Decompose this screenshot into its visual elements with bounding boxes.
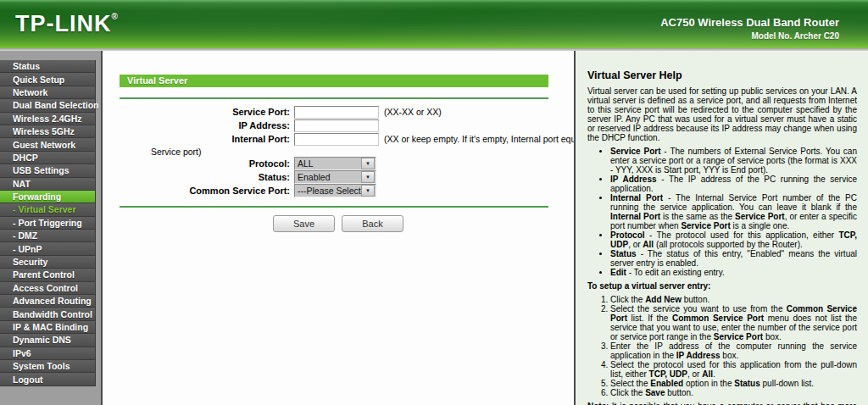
virtual-server-form: Service Port: (XX-XX or XX) IP Address: …: [103, 105, 574, 197]
model-number: Model No. Archer C20: [660, 31, 839, 41]
help-bullet: Edit - To edit an existing entry.: [610, 268, 857, 277]
help-bullet: Service Port - The numbers of External S…: [610, 147, 857, 175]
sidebar: StatusQuick SetupNetworkDual Band Select…: [0, 51, 101, 405]
sidebar-item-quick-setup[interactable]: Quick Setup: [0, 73, 96, 86]
sidebar-item-guest-network[interactable]: Guest Network: [0, 138, 96, 151]
status-row: Status: Enabled ▼: [103, 170, 574, 184]
help-bullet: Protocol - The protocol used for this ap…: [610, 230, 857, 249]
status-label: Status:: [103, 172, 294, 182]
help-bullet: Internal Port - The Internal Service Por…: [610, 193, 857, 230]
chevron-down-icon: ▼: [361, 158, 375, 169]
ip-address-label: IP Address:: [103, 120, 294, 130]
common-service-port-label: Common Service Port:: [103, 186, 294, 196]
sidebar-item-forwarding[interactable]: Forwarding: [0, 191, 96, 203]
sidebar-nav: StatusQuick SetupNetworkDual Band Select…: [0, 60, 101, 386]
help-note: Note: It is possible that you have a com…: [587, 402, 857, 405]
sidebar-item-dhcp[interactable]: DHCP: [0, 152, 96, 164]
help-step-list: Click the Add New button.Select the serv…: [587, 295, 857, 397]
sidebar-item-ip-mac-binding[interactable]: IP & MAC Binding: [0, 321, 96, 334]
ip-address-row: IP Address:: [103, 119, 574, 132]
service-port-input[interactable]: [294, 106, 379, 119]
help-title: Virtual Server Help: [587, 69, 857, 81]
bottom-rule: [120, 206, 548, 208]
sidebar-item-upnp[interactable]: - UPnP: [0, 242, 96, 255]
sidebar-item-dynamic-dns[interactable]: Dynamic DNS: [0, 334, 96, 347]
sidebar-item-ipv6[interactable]: IPv6: [0, 347, 96, 360]
sidebar-item-virtual-server[interactable]: - Virtual Server: [0, 203, 96, 216]
help-setup-heading: To setup a virtual server entry:: [587, 281, 857, 291]
sidebar-item-logout[interactable]: Logout: [0, 373, 96, 386]
protocol-select[interactable]: ALL ▼: [294, 157, 376, 170]
sidebar-item-wireless-5ghz[interactable]: Wireless 5GHz: [0, 125, 96, 138]
protocol-label: Protocol:: [103, 158, 294, 169]
service-port-label: Service Port:: [103, 107, 294, 117]
internal-port-input[interactable]: [294, 133, 379, 146]
help-intro: Virtual server can be used for setting u…: [587, 86, 857, 142]
help-step: Click the Save button.: [610, 388, 857, 397]
status-select-value: Enabled: [295, 172, 361, 182]
sidebar-item-access-control[interactable]: Access Control: [0, 282, 96, 295]
sidebar-item-wireless-2-4ghz[interactable]: Wireless 2.4GHz: [0, 113, 96, 125]
top-rule: [120, 97, 548, 99]
tplink-logo: TP-LINK®: [15, 11, 118, 37]
service-port-hint: (XX-XX or XX): [384, 107, 442, 117]
help-bullet: IP Address - The IP address of the PC ru…: [610, 175, 857, 193]
tplink-logo-text: TP-LINK: [15, 11, 111, 36]
sidebar-item-security[interactable]: Security: [0, 256, 96, 269]
sidebar-item-bandwidth-control[interactable]: Bandwidth Control: [0, 308, 96, 320]
back-button[interactable]: Back: [342, 215, 403, 232]
main-panel: Virtual Server Service Port: (XX-XX or X…: [101, 51, 574, 405]
help-bullet: Status - The status of this entry, "Enab…: [610, 249, 857, 268]
help-step: Select the service you want to use from …: [610, 304, 857, 341]
internal-port-hint: (XX or keep empty. If it's empty, Intern…: [384, 134, 597, 144]
internal-port-row: Internal Port: (XX or keep empty. If it'…: [103, 132, 574, 146]
chevron-down-icon: ▼: [361, 171, 375, 183]
sidebar-item-advanced-routing[interactable]: Advanced Routing: [0, 295, 96, 308]
save-button[interactable]: Save: [273, 215, 335, 232]
chevron-down-icon: ▼: [361, 185, 375, 197]
protocol-select-value: ALL: [295, 158, 361, 169]
service-port-row: Service Port: (XX-XX or XX): [103, 105, 574, 119]
help-bullet-list: Service Port - The numbers of External S…: [587, 147, 857, 277]
header-product-info: AC750 Wireless Dual Band Router Model No…: [660, 16, 839, 41]
sidebar-item-nat[interactable]: NAT: [0, 178, 96, 191]
ip-address-input[interactable]: [294, 119, 379, 132]
form-buttons: Save Back: [103, 215, 574, 232]
protocol-row: Protocol: ALL ▼: [103, 157, 574, 170]
common-service-port-row: Common Service Port: ---Please Select---…: [103, 184, 574, 197]
registered-mark-icon: ®: [111, 12, 117, 21]
sidebar-item-port-triggering[interactable]: - Port Triggering: [0, 217, 96, 230]
header: TP-LINK® AC750 Wireless Dual Band Router…: [0, 0, 868, 48]
page-title: Virtual Server: [120, 75, 548, 87]
help-panel: Virtual Server Help Virtual server can b…: [574, 51, 868, 405]
common-service-port-select-value: ---Please Select---: [295, 186, 361, 196]
sidebar-item-status[interactable]: Status: [0, 60, 96, 73]
sidebar-item-dual-band-selection[interactable]: Dual Band Selection: [0, 99, 96, 112]
internal-port-hint-wrap: Service port): [103, 146, 574, 157]
sidebar-item-system-tools[interactable]: System Tools: [0, 360, 96, 373]
internal-port-label: Internal Port:: [103, 134, 294, 144]
sidebar-item-parent-control[interactable]: Parent Control: [0, 269, 96, 281]
sidebar-item-usb-settings[interactable]: USB Settings: [0, 164, 96, 177]
product-name: AC750 Wireless Dual Band Router: [660, 16, 839, 29]
help-step: Click the Add New button.: [610, 295, 857, 304]
help-step: Select the protocol used for this applic…: [610, 360, 857, 379]
sidebar-item-network[interactable]: Network: [0, 86, 96, 99]
help-step: Select the Enabled option in the Status …: [610, 379, 857, 388]
help-step: Enter the IP address of the computer run…: [610, 341, 857, 360]
status-select[interactable]: Enabled ▼: [294, 170, 376, 184]
common-service-port-select[interactable]: ---Please Select--- ▼: [294, 184, 376, 197]
sidebar-item-dmz[interactable]: - DMZ: [0, 230, 96, 242]
